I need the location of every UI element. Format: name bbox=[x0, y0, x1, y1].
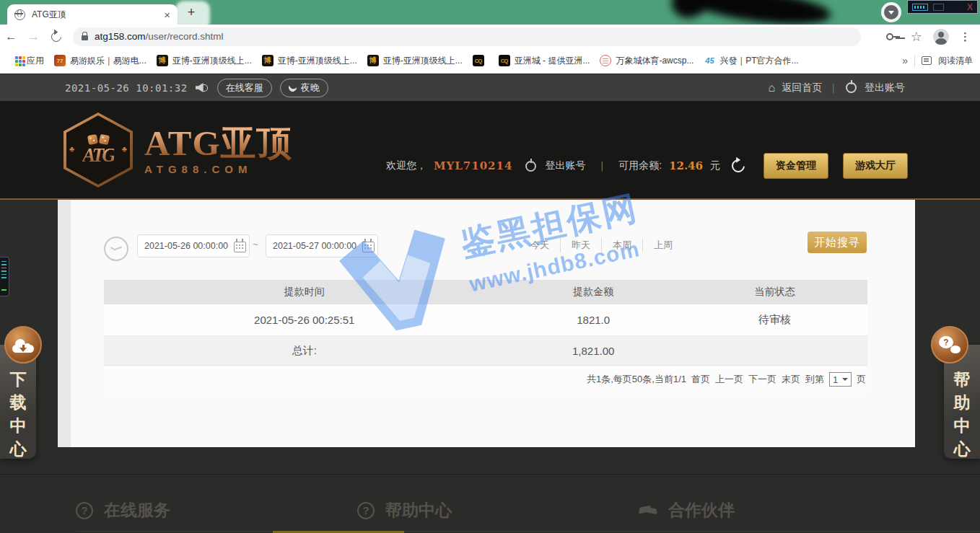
page-select[interactable]: 1 bbox=[829, 372, 852, 387]
dark-smudge-artifact bbox=[686, 0, 833, 25]
new-tab-button[interactable]: + bbox=[182, 4, 201, 22]
recorder-window-icon[interactable] bbox=[933, 4, 944, 11]
night-mode-button[interactable]: 夜晚 bbox=[280, 79, 328, 97]
power-icon bbox=[525, 161, 536, 172]
footer-divider bbox=[0, 474, 980, 475]
bookmarks-right: » 阅读清单 bbox=[902, 55, 973, 67]
footer-col-online-service: ? 在线服务 bbox=[76, 499, 397, 532]
bookmark-item[interactable]: CQ bbox=[468, 53, 494, 69]
balance-unit: 元 bbox=[710, 159, 720, 172]
speaker-icon[interactable] bbox=[196, 83, 209, 92]
logo-domain: ATG88.COM bbox=[144, 163, 293, 175]
chat-question-icon: ? bbox=[939, 336, 961, 353]
cell-withdraw-time: 2021-05-26 00:25:51 bbox=[104, 314, 504, 326]
bookmark-favicon: 博 bbox=[367, 55, 379, 66]
record-panel: 2021-05-26 00:00:00 ~ 2021-05-27 00:00:0… bbox=[58, 200, 915, 447]
quick-link-this-week[interactable]: 本周 bbox=[601, 238, 642, 252]
quick-link-last-week[interactable]: 上周 bbox=[642, 238, 683, 252]
profile-avatar[interactable] bbox=[933, 29, 949, 45]
goto-page-prefix: 到第 bbox=[805, 373, 824, 386]
table-row: 2021-05-26 00:25:51 1821.0 待审核 bbox=[104, 304, 867, 336]
calendar-icon[interactable] bbox=[362, 242, 375, 252]
divider: ｜ bbox=[828, 82, 838, 94]
reading-list-icon bbox=[922, 56, 932, 65]
chevron-down-icon bbox=[884, 5, 898, 19]
date-to-input[interactable]: 2021-05-27 00:00:00 bbox=[266, 234, 378, 257]
mini-player-widget[interactable] bbox=[0, 257, 9, 296]
logout-account-link[interactable]: 登出账号 bbox=[545, 159, 585, 172]
cell-withdraw-amount: 1821.0 bbox=[504, 314, 681, 326]
pagination-last[interactable]: 末页 bbox=[782, 373, 800, 386]
password-key-icon[interactable] bbox=[886, 33, 900, 40]
panel-scrollbar[interactable] bbox=[58, 200, 71, 447]
refresh-balance-icon[interactable] bbox=[729, 157, 747, 175]
recorder-meter-icon[interactable] bbox=[912, 4, 928, 11]
url-path: /user/record.shtml bbox=[146, 31, 224, 42]
tab-close-icon[interactable]: × bbox=[164, 9, 170, 20]
quick-link-today[interactable]: 今天 bbox=[520, 238, 560, 252]
pagination-first[interactable]: 首页 bbox=[691, 373, 710, 386]
bookmark-item[interactable]: CQ 亚洲城 - 提供亚洲... bbox=[494, 53, 595, 69]
bookmark-favicon: 博 bbox=[262, 55, 274, 66]
reading-list-button[interactable]: 阅读清单 bbox=[938, 55, 973, 67]
recorder-close-button[interactable]: X bbox=[967, 2, 973, 12]
calendar-icon[interactable] bbox=[234, 242, 246, 252]
globe-favicon bbox=[14, 9, 25, 20]
divider: ｜ bbox=[597, 159, 607, 172]
logout-link[interactable]: 登出账号 bbox=[865, 82, 905, 94]
quick-link-yesterday[interactable]: 昨天 bbox=[560, 238, 601, 252]
balance-value: 12.46 bbox=[669, 159, 703, 172]
table-header-row: 提款时间 提款金额 当前状态 bbox=[104, 280, 867, 304]
browser-tab[interactable]: ATG亚顶 × bbox=[7, 4, 178, 25]
recorder-toolbar: X bbox=[907, 0, 978, 14]
online-service-button[interactable]: 在线客服 bbox=[217, 79, 272, 97]
help-center-button[interactable]: ? bbox=[931, 326, 968, 364]
footer-heading: 帮助中心 bbox=[385, 499, 452, 521]
bookmark-item[interactable]: 博 亚博-亚洲顶级线上... bbox=[257, 53, 362, 69]
date-range-separator: ~ bbox=[253, 239, 258, 250]
bookmark-item[interactable]: 博 亚博-亚洲顶级线上... bbox=[152, 53, 257, 69]
bookmark-item[interactable]: 77 易游娱乐｜易游电... bbox=[49, 53, 152, 69]
back-icon[interactable]: ← bbox=[0, 30, 22, 44]
reload-icon[interactable] bbox=[49, 30, 64, 44]
search-button[interactable]: 开始搜寻 bbox=[808, 232, 867, 253]
download-center-button[interactable] bbox=[4, 326, 42, 364]
back-home-link[interactable]: 返回首页 bbox=[782, 82, 822, 94]
footer-heading: 合作伙伴 bbox=[668, 499, 735, 521]
goto-page-suffix: 页 bbox=[857, 373, 866, 386]
site-logo[interactable]: ♣ ♣ ATG ATG亚顶 ATG88.COM bbox=[64, 113, 293, 188]
club-icon: ♣ bbox=[69, 144, 74, 153]
browser-menu-icon[interactable]: ⋮ bbox=[960, 30, 971, 43]
divider bbox=[914, 55, 915, 67]
screen: ATG亚顶 × + X ← → atg158.com/user/record.s… bbox=[0, 0, 980, 533]
apps-shortcut[interactable]: 应用 bbox=[7, 53, 49, 69]
welcome-text: 欢迎您， bbox=[386, 159, 426, 172]
logo-hexagon-badge: ♣ ♣ ATG bbox=[64, 113, 133, 188]
forward-icon[interactable]: → bbox=[22, 30, 45, 44]
total-label: 总计: bbox=[104, 344, 504, 358]
game-lobby-button[interactable]: 游戏大厅 bbox=[843, 153, 908, 179]
table-total-row: 总计: 1,821.00 bbox=[104, 336, 867, 366]
bookmark-item[interactable]: 45 兴發｜PT官方合作... bbox=[699, 53, 803, 69]
moon-icon bbox=[287, 82, 298, 93]
clock-icon bbox=[104, 237, 128, 261]
bookmark-star-icon[interactable]: ☆ bbox=[911, 30, 922, 43]
extension-circle-button[interactable] bbox=[881, 2, 901, 22]
bookmark-favicon: 博 bbox=[157, 55, 168, 66]
url-input[interactable]: atg158.com/user/record.shtml bbox=[73, 27, 861, 46]
home-icon: ⌂ bbox=[769, 82, 776, 94]
url-domain: atg158.com bbox=[95, 31, 146, 42]
bookmarks-overflow-icon[interactable]: » bbox=[902, 55, 908, 66]
bookmark-item[interactable]: 博 亚博-亚洲顶级线上... bbox=[362, 53, 468, 69]
browser-address-bar: ← → atg158.com/user/record.shtml ☆ ⋮ bbox=[0, 25, 980, 48]
date-from-input[interactable]: 2021-05-26 00:00:00 bbox=[137, 234, 250, 257]
site-topbar: 2021-05-26 10:01:32 在线客服 夜晚 ⌂ 返回首页 ｜ 登出账… bbox=[0, 74, 980, 101]
pagination-prev[interactable]: 上一页 bbox=[715, 373, 743, 386]
col-header-time: 提款时间 bbox=[104, 286, 504, 299]
funds-management-button[interactable]: 资金管理 bbox=[764, 153, 828, 179]
apps-label: 应用 bbox=[27, 55, 44, 67]
bookmark-item[interactable]: 万象城体育-awcsp... bbox=[595, 53, 699, 69]
site-header: ♣ ♣ ATG ATG亚顶 ATG88.COM 欢迎您， MYL710214 登… bbox=[0, 101, 980, 200]
topbar-right: ⌂ 返回首页 ｜ 登出账号 bbox=[769, 82, 905, 94]
pagination-next[interactable]: 下一页 bbox=[748, 373, 776, 386]
